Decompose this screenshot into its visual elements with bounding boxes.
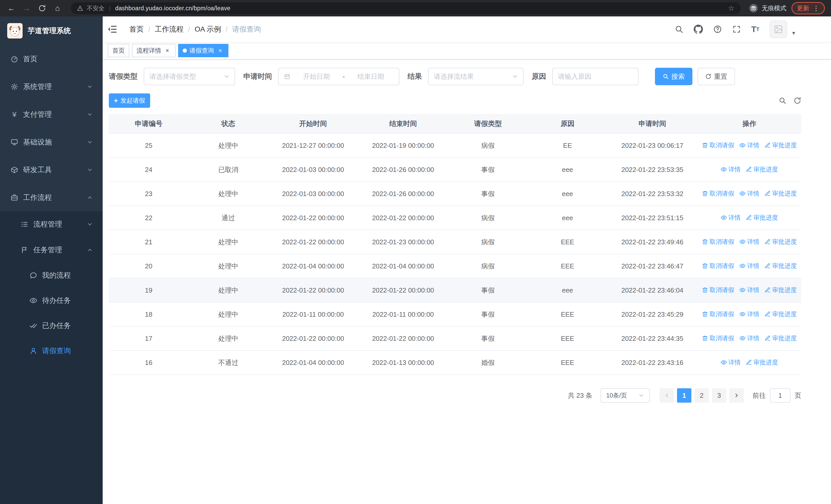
sidebar-item-process-management[interactable]: 流程管理 bbox=[0, 211, 103, 237]
col-status: 状态 bbox=[189, 114, 268, 134]
reason-input[interactable] bbox=[552, 68, 638, 85]
back-icon[interactable]: ← bbox=[6, 3, 17, 13]
sidebar-item-todo-tasks[interactable]: 待办任务 bbox=[0, 288, 103, 313]
goto-label: 前往 bbox=[752, 391, 766, 400]
approval-progress-link[interactable]: 审批进度 bbox=[765, 189, 797, 198]
bookmark-star-icon[interactable]: ☆ bbox=[728, 4, 735, 12]
sidebar-item-system-management[interactable]: 系统管理 bbox=[0, 73, 103, 100]
cancel-leave-link[interactable]: 取消请假 bbox=[702, 238, 734, 246]
detail-link[interactable]: 详情 bbox=[739, 189, 760, 198]
search-button[interactable]: 搜索 bbox=[655, 68, 692, 85]
sidebar-item-done-tasks[interactable]: 已办任务 bbox=[0, 313, 103, 338]
apply-time-range-picker[interactable]: 开始日期 - 结束日期 bbox=[278, 68, 399, 85]
sidebar-item-workflow[interactable]: 工作流程 bbox=[0, 184, 103, 211]
page-size-select[interactable]: 10条/页 bbox=[601, 388, 650, 403]
address-bar[interactable]: 不安全 | dashboard.yudao.iocoder.cn/bpm/oa/… bbox=[71, 2, 741, 14]
cancel-leave-link[interactable]: 取消请假 bbox=[702, 141, 734, 149]
col-actions: 操作 bbox=[697, 114, 801, 134]
cell-apply-id: 23 bbox=[109, 182, 189, 206]
pagination: 共 23 条 10条/页 1 2 3 前往 页 bbox=[109, 388, 801, 403]
page-button-2[interactable]: 2 bbox=[694, 388, 709, 403]
cancel-leave-link[interactable]: 取消请假 bbox=[702, 189, 734, 198]
approval-progress-link[interactable]: 审批进度 bbox=[765, 238, 797, 246]
github-icon[interactable] bbox=[694, 25, 703, 34]
close-icon[interactable]: × bbox=[164, 47, 171, 54]
chevron-down-icon bbox=[87, 112, 92, 117]
col-apply-time: 申请时间 bbox=[607, 114, 697, 134]
cancel-leave-link[interactable]: 取消请假 bbox=[702, 286, 734, 294]
font-size-icon[interactable]: TT bbox=[751, 25, 760, 34]
approval-progress-link[interactable]: 审批进度 bbox=[746, 165, 778, 174]
cancel-leave-link[interactable]: 取消请假 bbox=[702, 334, 734, 342]
sidebar-item-devtools[interactable]: 研发工具 bbox=[0, 156, 103, 184]
reset-button[interactable]: 重置 bbox=[697, 68, 735, 85]
sidebar-item-payment-management[interactable]: ¥ 支付管理 bbox=[0, 100, 103, 128]
sidebar-item-my-process[interactable]: 我的流程 bbox=[0, 263, 103, 288]
tab-process-detail[interactable]: 流程详情 × bbox=[132, 44, 175, 57]
fullscreen-icon[interactable] bbox=[732, 25, 741, 34]
detail-link[interactable]: 详情 bbox=[739, 286, 760, 294]
col-end-time: 结束时间 bbox=[358, 114, 448, 134]
sidebar-item-home[interactable]: 首页 bbox=[0, 45, 103, 73]
cell-reason: eee bbox=[528, 182, 607, 206]
approval-progress-link[interactable]: 审批进度 bbox=[746, 213, 778, 222]
update-chip[interactable]: 更新 ⋮ bbox=[792, 2, 825, 14]
help-icon[interactable] bbox=[713, 25, 722, 34]
list-icon bbox=[21, 220, 29, 228]
table-search-icon[interactable] bbox=[779, 97, 786, 105]
col-start-time: 开始时间 bbox=[268, 114, 358, 134]
more-menu-icon[interactable]: ⋮ bbox=[813, 4, 820, 12]
approval-progress-link[interactable]: 审批进度 bbox=[765, 334, 797, 342]
calendar-icon bbox=[284, 73, 290, 80]
tab-leave-query[interactable]: 请假查询 × bbox=[178, 44, 228, 57]
prev-page-button[interactable] bbox=[660, 388, 674, 403]
detail-link[interactable]: 详情 bbox=[739, 262, 760, 270]
detail-link[interactable]: 详情 bbox=[721, 358, 741, 366]
cell-apply-id: 19 bbox=[109, 278, 189, 302]
page-button-1[interactable]: 1 bbox=[677, 388, 691, 403]
approval-progress-link[interactable]: 审批进度 bbox=[765, 262, 797, 270]
sidebar-item-task-management[interactable]: 任务管理 bbox=[0, 237, 103, 263]
sidebar-item-leave-query[interactable]: 请假查询 bbox=[0, 338, 103, 363]
cancel-leave-link[interactable]: 取消请假 bbox=[702, 310, 734, 318]
avatar-caret-icon[interactable]: ▾ bbox=[792, 30, 795, 38]
menu-fold-icon[interactable] bbox=[108, 24, 118, 34]
approval-progress-link[interactable]: 审批进度 bbox=[765, 286, 797, 294]
approval-progress-link[interactable]: 审批进度 bbox=[746, 358, 778, 366]
leave-type-select[interactable]: 请选择请假类型 bbox=[144, 68, 235, 85]
refresh-icon[interactable] bbox=[37, 3, 47, 13]
cancel-leave-link[interactable]: 取消请假 bbox=[702, 262, 734, 270]
detail-link[interactable]: 详情 bbox=[739, 238, 760, 246]
avatar[interactable] bbox=[770, 21, 787, 38]
cell-status: 不通过 bbox=[189, 351, 268, 375]
table-refresh-icon[interactable] bbox=[794, 97, 801, 105]
chevron-down-icon bbox=[512, 73, 518, 79]
tab-home[interactable]: 首页 bbox=[108, 44, 130, 57]
approval-progress-link[interactable]: 审批进度 bbox=[765, 310, 797, 318]
create-leave-button[interactable]: + 发起请假 bbox=[109, 93, 150, 108]
page-button-3[interactable]: 3 bbox=[712, 388, 726, 403]
chevron-down-icon bbox=[224, 73, 229, 79]
cell-start-time: 2022-01-04 00:00:00 bbox=[268, 254, 358, 278]
sidebar-item-infrastructure[interactable]: 基础设施 bbox=[0, 128, 103, 156]
forward-icon[interactable]: → bbox=[22, 3, 32, 13]
result-select[interactable]: 请选择流结果 bbox=[428, 68, 523, 85]
app-root: ← → ⌂ 不安全 | dashboard.yudao.iocoder.cn/b… bbox=[0, 0, 831, 504]
detail-link[interactable]: 详情 bbox=[739, 334, 760, 342]
approval-progress-link[interactable]: 审批进度 bbox=[765, 141, 797, 149]
table-row: 16不通过2022-01-04 00:00:002022-01-13 00:00… bbox=[109, 351, 801, 375]
start-date-placeholder: 开始日期 bbox=[294, 72, 340, 81]
detail-link[interactable]: 详情 bbox=[739, 141, 760, 149]
next-page-button[interactable] bbox=[729, 388, 744, 403]
goto-page-input[interactable] bbox=[770, 388, 791, 403]
header-search-icon[interactable] bbox=[675, 25, 683, 34]
breadcrumb-home[interactable]: 首页 bbox=[130, 24, 144, 34]
cell-start-time: 2021-12-27 00:00:00 bbox=[268, 134, 358, 157]
home-icon[interactable]: ⌂ bbox=[52, 3, 63, 13]
detail-link[interactable]: 详情 bbox=[721, 213, 741, 222]
close-icon[interactable]: × bbox=[217, 47, 224, 54]
chevron-down-icon bbox=[87, 84, 92, 89]
cell-status: 处理中 bbox=[189, 278, 268, 302]
detail-link[interactable]: 详情 bbox=[739, 310, 760, 318]
detail-link[interactable]: 详情 bbox=[721, 165, 741, 174]
